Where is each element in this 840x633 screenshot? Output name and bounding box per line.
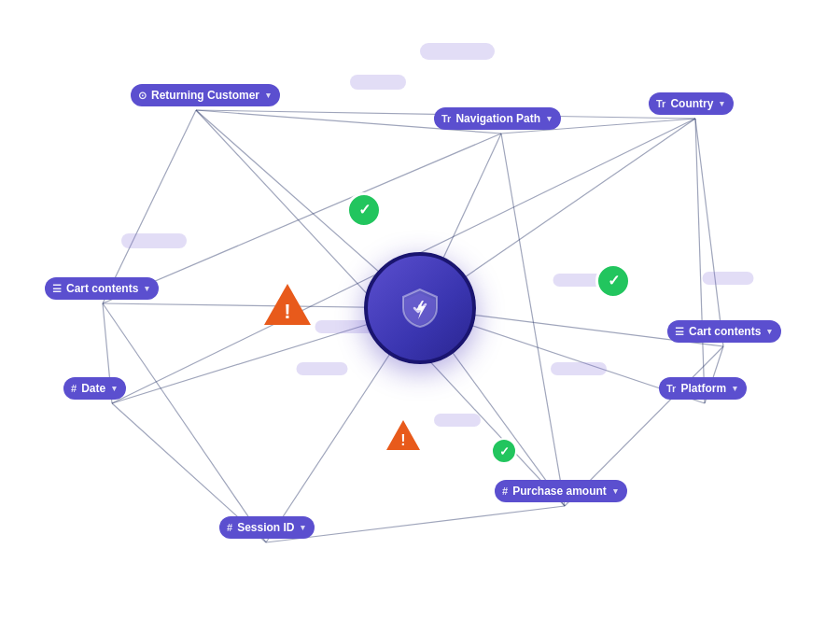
check-icon: ✓: [358, 203, 371, 218]
svg-line-15: [103, 303, 266, 542]
chevron-down-icon: ▾: [733, 384, 737, 393]
chevron-down-icon: ▾: [301, 523, 305, 532]
navigation-path-node[interactable]: Tr Navigation Path ▾: [434, 107, 561, 130]
ghost-pill: [703, 272, 754, 285]
chevron-down-icon: ▾: [720, 99, 724, 108]
list-icon: ☰: [52, 283, 62, 295]
check-indicator-1: ✓: [346, 192, 382, 228]
chevron-down-icon: ▾: [266, 91, 271, 100]
purchase-amount-node[interactable]: # Purchase amount ▾: [495, 480, 627, 502]
chevron-down-icon: ▾: [613, 486, 618, 496]
svg-line-17: [695, 119, 705, 403]
country-node[interactable]: Tr Country ▾: [649, 92, 734, 115]
ghost-pill: [297, 362, 348, 375]
svg-text:!: !: [400, 432, 405, 448]
shield-icon: [398, 286, 442, 331]
svg-text:!: !: [284, 300, 290, 323]
ghost-pill: [121, 233, 187, 248]
check-indicator-2: ✓: [595, 263, 631, 299]
check-icon: ✓: [499, 445, 510, 457]
chevron-down-icon: ▾: [112, 384, 117, 393]
center-shield-node[interactable]: [364, 252, 476, 364]
returning-customer-node[interactable]: ⊙ Returning Customer ▾: [131, 84, 280, 106]
ghost-pill: [434, 414, 481, 427]
chevron-down-icon: ▾: [767, 327, 772, 336]
text-icon: Tr: [656, 98, 665, 109]
toggle-icon: ⊙: [138, 90, 147, 102]
list-icon: ☰: [675, 326, 684, 338]
ghost-pill: [350, 75, 406, 90]
warning-indicator-2: !: [385, 418, 422, 456]
text-icon: Tr: [666, 383, 676, 394]
cart-contents-left-node[interactable]: ☰ Cart contents ▾: [45, 277, 159, 300]
chevron-down-icon: ▾: [547, 114, 552, 123]
platform-node[interactable]: Tr Platform ▾: [659, 377, 747, 400]
number-icon: #: [502, 485, 508, 497]
number-icon: #: [71, 383, 77, 394]
date-node[interactable]: # Date ▾: [63, 377, 126, 400]
check-indicator-3: ✓: [491, 438, 517, 464]
diagram-canvas: ⊙ Returning Customer ▾ Tr Navigation Pat…: [0, 0, 840, 633]
warning-indicator-1: !: [261, 281, 314, 331]
cart-contents-right-node[interactable]: ☰ Cart contents ▾: [667, 320, 781, 343]
ghost-pill: [551, 362, 607, 375]
ghost-pill: [420, 43, 495, 60]
svg-line-11: [103, 110, 196, 303]
text-icon: Tr: [441, 113, 451, 124]
svg-line-16: [695, 119, 723, 346]
number-icon: #: [227, 522, 232, 533]
check-icon: ✓: [608, 274, 620, 288]
chevron-down-icon: ▾: [145, 284, 149, 293]
session-id-node[interactable]: # Session ID ▾: [219, 516, 315, 539]
